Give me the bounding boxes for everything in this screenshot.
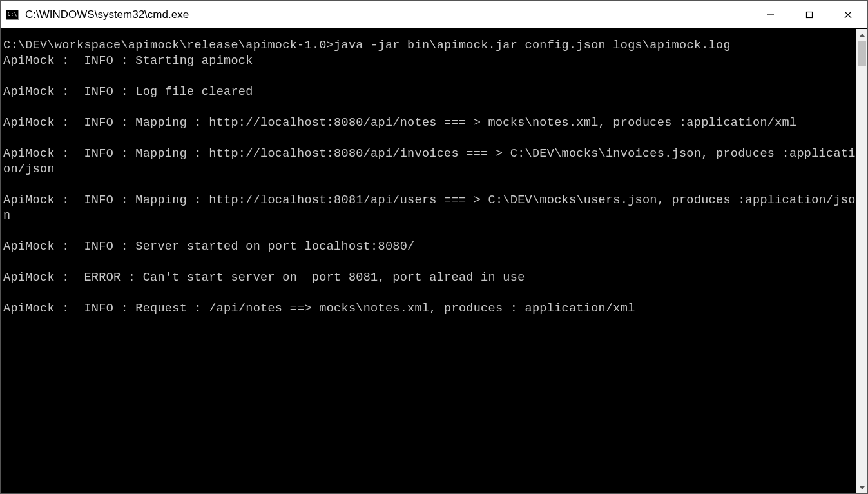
maximize-button[interactable] bbox=[790, 1, 829, 28]
scroll-down-arrow[interactable] bbox=[856, 482, 867, 493]
log-line: ApiMock : INFO : Mapping : http://localh… bbox=[3, 193, 856, 224]
chevron-up-icon bbox=[860, 34, 865, 37]
log-line: ApiMock : INFO : Request : /api/notes ==… bbox=[3, 301, 856, 317]
log-line: ApiMock : INFO : Mapping : http://localh… bbox=[3, 146, 856, 177]
window-controls bbox=[751, 1, 867, 28]
log-line: ApiMock : INFO : Mapping : http://localh… bbox=[3, 115, 856, 131]
close-icon bbox=[844, 11, 852, 19]
svg-rect-1 bbox=[807, 12, 813, 17]
minimize-icon bbox=[767, 11, 775, 19]
prompt: C:\DEV\workspace\apimock\release\apimock… bbox=[3, 39, 334, 52]
minimize-button[interactable] bbox=[751, 1, 790, 28]
maximize-icon bbox=[805, 11, 813, 19]
log-line: ApiMock : ERROR : Can't start server on … bbox=[3, 270, 856, 286]
terminal-container: C:\DEV\workspace\apimock\release\apimock… bbox=[1, 29, 867, 493]
terminal-output[interactable]: C:\DEV\workspace\apimock\release\apimock… bbox=[1, 29, 856, 493]
window-title: C:\WINDOWS\system32\cmd.exe bbox=[25, 8, 751, 21]
titlebar[interactable]: C:\ C:\WINDOWS\system32\cmd.exe bbox=[1, 1, 867, 29]
prompt-line: C:\DEV\workspace\apimock\release\apimock… bbox=[3, 39, 731, 52]
log-line: ApiMock : INFO : Server started on port … bbox=[3, 239, 856, 255]
close-button[interactable] bbox=[829, 1, 867, 28]
scroll-thumb[interactable] bbox=[858, 41, 866, 66]
chevron-down-icon bbox=[860, 486, 865, 489]
cmd-window: C:\ C:\WINDOWS\system32\cmd.exe C:\DEV\w… bbox=[0, 0, 868, 494]
vertical-scrollbar[interactable] bbox=[856, 29, 867, 493]
command: java -jar bin\apimock.jar config.json lo… bbox=[334, 39, 731, 52]
scroll-track[interactable] bbox=[856, 41, 867, 482]
log-line: ApiMock : INFO : Log file cleared bbox=[3, 84, 856, 100]
cmd-icon: C:\ bbox=[6, 10, 19, 20]
log-line: ApiMock : INFO : Starting apimock bbox=[3, 54, 856, 69]
scroll-up-arrow[interactable] bbox=[856, 29, 867, 41]
